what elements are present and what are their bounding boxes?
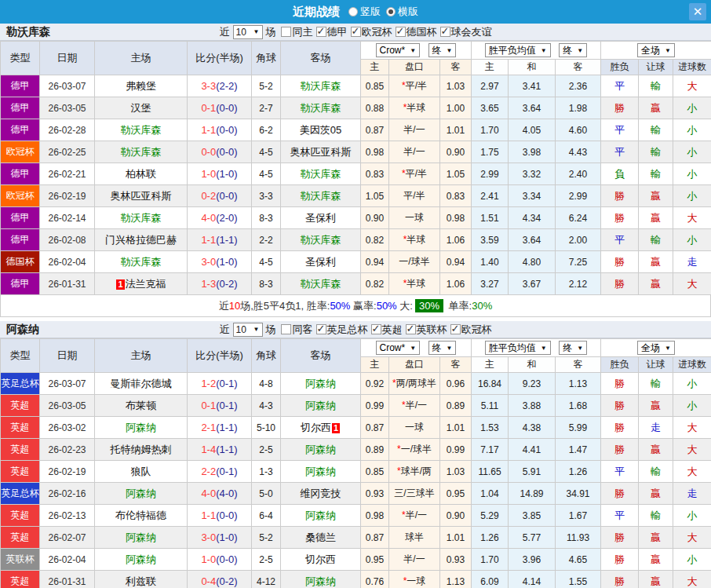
odds-source-select[interactable]: Crow*▼ bbox=[376, 341, 421, 355]
odds-home: 0.87 bbox=[361, 119, 389, 141]
odds-line: *半球 bbox=[389, 273, 440, 295]
games-count-select[interactable]: 10 ▼ bbox=[233, 25, 263, 39]
scope-select[interactable]: 全场▼ bbox=[637, 43, 675, 57]
league-filter[interactable]: 德国杯 bbox=[392, 25, 437, 39]
same-venue-checkbox[interactable] bbox=[281, 27, 291, 37]
close-icon[interactable]: ✕ bbox=[689, 3, 706, 20]
result-wl: 勝 bbox=[601, 571, 639, 588]
mean-away: 1.47 bbox=[556, 439, 601, 461]
mean-draw: 3.32 bbox=[509, 163, 556, 185]
result-handicap: 走 bbox=[639, 417, 673, 439]
league-filter[interactable]: 德甲 bbox=[313, 25, 348, 39]
radio-icon[interactable] bbox=[348, 7, 358, 16]
league-filter[interactable]: 英联杯 bbox=[403, 323, 447, 337]
layout-radio[interactable]: 横版 bbox=[386, 5, 418, 19]
result-goals: 小 bbox=[673, 97, 711, 119]
odds-away: 0.89 bbox=[440, 395, 472, 417]
scope-dropdown: 全场▼ bbox=[601, 42, 711, 60]
result-goals: 大 bbox=[673, 417, 711, 439]
mean-final-select[interactable]: 终▼ bbox=[559, 43, 587, 57]
corners: 2-5 bbox=[252, 439, 281, 461]
odds-away: 1.00 bbox=[440, 97, 472, 119]
col-home: 主场 bbox=[95, 42, 188, 75]
chevron-down-icon: ▼ bbox=[253, 326, 260, 333]
league-filter-label[interactable]: 欧冠杯 bbox=[362, 25, 392, 39]
match-date: 26-02-04 bbox=[40, 549, 95, 571]
league-filter-label[interactable]: 英超 bbox=[382, 323, 403, 337]
result-goals: 小 bbox=[673, 119, 711, 141]
mean-select[interactable]: 胜平负均值▼ bbox=[485, 341, 551, 355]
league-filter-label[interactable]: 欧冠杯 bbox=[461, 323, 492, 337]
odds-home: 0.83 bbox=[361, 163, 389, 185]
result-goals: 小 bbox=[673, 395, 711, 417]
odds-final-select[interactable]: 终▼ bbox=[428, 341, 457, 355]
match-date: 26-01-31 bbox=[40, 273, 95, 295]
checkbox-icon[interactable] bbox=[316, 324, 326, 334]
odds-source-select[interactable]: Crow*▼ bbox=[376, 43, 421, 57]
red-card-badge: 1 bbox=[332, 423, 340, 433]
odds-away: 1.01 bbox=[440, 119, 472, 141]
col-away: 客场 bbox=[281, 339, 361, 373]
odds-home: 0.90 bbox=[361, 207, 389, 229]
radio-icon[interactable] bbox=[386, 7, 396, 16]
home-team: 门兴格拉德巴赫 bbox=[95, 229, 188, 251]
radio-label[interactable]: 横版 bbox=[398, 5, 418, 19]
league-filter-label[interactable]: 德甲 bbox=[327, 25, 348, 39]
away-team: 勒沃库森 bbox=[281, 163, 361, 185]
checkbox-icon[interactable] bbox=[440, 27, 450, 37]
mean-away: 2.12 bbox=[556, 273, 601, 295]
summary-part: 50% bbox=[377, 300, 397, 312]
league-filter-label[interactable]: 英足总杯 bbox=[327, 323, 368, 337]
odds-final-select[interactable]: 终▼ bbox=[428, 43, 457, 57]
mean-select[interactable]: 胜平负均值▼ bbox=[485, 43, 551, 57]
league-filter-label[interactable]: 德国杯 bbox=[407, 25, 437, 39]
home-team: 利兹联 bbox=[95, 571, 188, 588]
games-count-select[interactable]: 10 ▼ bbox=[233, 323, 263, 337]
score: 0-1(0-1) bbox=[188, 395, 252, 417]
same-venue-label[interactable]: 同主 bbox=[293, 25, 313, 39]
away-team: 勒沃库森 bbox=[281, 185, 361, 207]
checkbox-icon[interactable] bbox=[316, 27, 326, 37]
mean-away: 2.36 bbox=[556, 75, 601, 97]
result-handicap: 輸 bbox=[639, 163, 673, 185]
result-wl: 勝 bbox=[601, 483, 639, 505]
league-badge: 德甲 bbox=[1, 207, 40, 229]
table-row: 英足总杯 26-03-07 曼斯菲尔德城 1-2(0-1) 4-8 阿森纳 0.… bbox=[1, 373, 711, 395]
league-filter[interactable]: 英超 bbox=[368, 323, 403, 337]
checkbox-icon[interactable] bbox=[450, 324, 461, 334]
checkbox-icon[interactable] bbox=[371, 324, 381, 334]
league-filter-label[interactable]: 英联杯 bbox=[417, 323, 447, 337]
near-label: 近 bbox=[220, 25, 230, 39]
summary-part: 近 bbox=[219, 299, 229, 313]
league-filter[interactable]: 球会友谊 bbox=[437, 25, 492, 39]
odds-home: 0.87 bbox=[361, 417, 389, 439]
mean-away: 34.91 bbox=[556, 483, 601, 505]
league-badge: 英超 bbox=[1, 571, 40, 588]
same-venue-checkbox[interactable] bbox=[281, 324, 291, 334]
scope-select[interactable]: 全场▼ bbox=[637, 341, 675, 355]
layout-radio[interactable]: 竖版 bbox=[348, 5, 381, 19]
mean-draw: 5.91 bbox=[509, 461, 556, 483]
odds-dropdowns: Crow*▼ 终▼ bbox=[361, 42, 472, 60]
checkbox-icon[interactable] bbox=[396, 27, 406, 37]
odds-home: 0.82 bbox=[361, 229, 389, 251]
odds-away: 1.01 bbox=[440, 417, 472, 439]
checkbox-icon[interactable] bbox=[406, 324, 416, 334]
result-goals: 大 bbox=[673, 273, 711, 295]
mean-final-select[interactable]: 终▼ bbox=[559, 341, 587, 355]
mean-away: 2.99 bbox=[556, 185, 601, 207]
score: 3-3(2-2) bbox=[188, 75, 252, 97]
league-badge: 德甲 bbox=[1, 75, 40, 97]
league-filter[interactable]: 欧冠杯 bbox=[447, 323, 492, 337]
league-filter[interactable]: 英足总杯 bbox=[313, 323, 368, 337]
radio-label[interactable]: 竖版 bbox=[360, 5, 381, 19]
same-venue-label[interactable]: 同客 bbox=[293, 323, 313, 337]
match-date: 26-02-07 bbox=[40, 527, 95, 549]
checkbox-icon[interactable] bbox=[351, 27, 361, 37]
match-date: 26-02-04 bbox=[40, 251, 95, 273]
league-filter-label[interactable]: 球会友谊 bbox=[451, 25, 492, 39]
mean-draw: 4.34 bbox=[509, 207, 556, 229]
sub-result-goals: 进球数 bbox=[673, 60, 711, 75]
league-filter[interactable]: 欧冠杯 bbox=[348, 25, 392, 39]
corners: 8-3 bbox=[252, 207, 281, 229]
